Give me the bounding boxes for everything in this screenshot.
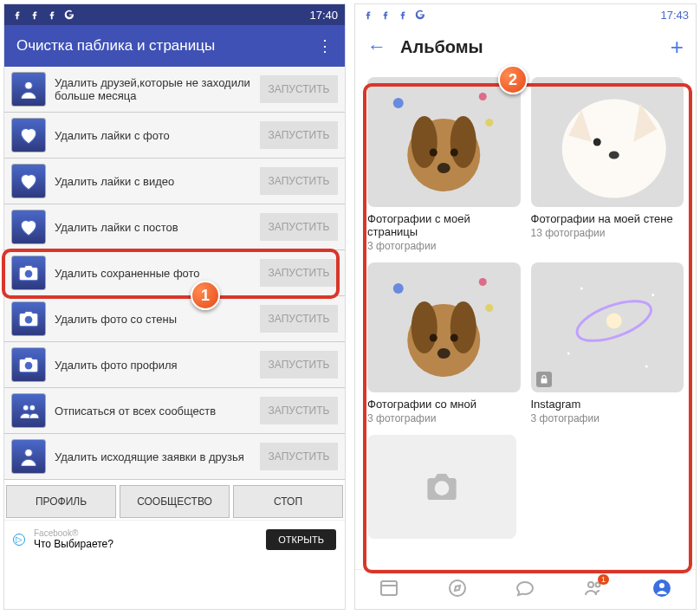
albums-title: Альбомы bbox=[400, 37, 483, 57]
app-title: Очистка паблика и страницы bbox=[16, 37, 215, 55]
nav-friends[interactable]: 1 bbox=[583, 578, 604, 602]
action-label: Удалить фото со стены bbox=[55, 313, 251, 326]
community-button[interactable]: СООБЩЕСТВО bbox=[120, 485, 230, 518]
camera-icon bbox=[11, 347, 46, 382]
svg-point-11 bbox=[450, 149, 458, 157]
action-row-1: Удалить лайки с фотоЗАПУСТИТЬ bbox=[4, 113, 345, 159]
action-row-4: Удалить сохраненные фотоЗАПУСТИТЬ bbox=[4, 250, 345, 296]
albums-grid: Фотографии с моей страницы3 фотографииФо… bbox=[367, 77, 684, 424]
back-icon[interactable]: ← bbox=[367, 36, 386, 58]
adchoice-icon[interactable]: ▷ bbox=[13, 534, 25, 546]
svg-marker-37 bbox=[455, 586, 460, 591]
nav-profile[interactable] bbox=[651, 578, 672, 602]
svg-point-1 bbox=[25, 270, 32, 277]
ad-open-button[interactable]: ОТКРЫТЬ bbox=[266, 529, 336, 550]
run-button[interactable]: ЗАПУСТИТЬ bbox=[260, 213, 338, 241]
run-button[interactable]: ЗАПУСТИТЬ bbox=[260, 259, 338, 287]
svg-point-26 bbox=[479, 278, 487, 286]
svg-point-21 bbox=[450, 301, 476, 353]
album-name: Фотографии с моей страницы bbox=[367, 212, 521, 238]
album-count: 13 фотографии bbox=[531, 227, 684, 239]
album-name: Instagram bbox=[531, 398, 684, 411]
album-1[interactable]: Фотографии на моей стене13 фотографии bbox=[531, 77, 684, 252]
svg-point-2 bbox=[25, 316, 32, 323]
camera-icon bbox=[425, 469, 459, 504]
action-row-0: Удалить друзей,которые не заходили больш… bbox=[4, 67, 345, 113]
svg-point-22 bbox=[430, 334, 438, 342]
album-2[interactable]: Фотографии со мной3 фотографии bbox=[367, 262, 521, 424]
svg-point-33 bbox=[651, 294, 654, 296]
svg-point-14 bbox=[479, 93, 487, 100]
lock-icon bbox=[536, 372, 552, 387]
bottom-buttons: ПРОФИЛЬ СООБЩЕСТВО СТОП bbox=[4, 483, 345, 520]
svg-point-8 bbox=[412, 116, 438, 168]
ad-text: Что Выбираете? bbox=[34, 538, 113, 550]
action-label: Удалить лайки с постов bbox=[55, 221, 251, 234]
action-row-5: Удалить фото со стеныЗАПУСТИТЬ bbox=[4, 296, 345, 342]
svg-point-15 bbox=[485, 119, 493, 126]
run-button[interactable]: ЗАПУСТИТЬ bbox=[260, 121, 338, 149]
friends-badge: 1 bbox=[598, 574, 609, 585]
add-icon[interactable]: + bbox=[671, 34, 684, 61]
action-row-7: Отписаться от всех сообществЗАПУСТИТЬ bbox=[4, 388, 345, 434]
svg-point-13 bbox=[393, 98, 404, 108]
camera-icon bbox=[11, 301, 46, 336]
run-button[interactable]: ЗАПУСТИТЬ bbox=[260, 397, 338, 424]
svg-point-6 bbox=[25, 449, 33, 456]
run-button[interactable]: ЗАПУСТИТЬ bbox=[260, 75, 338, 103]
heart-icon bbox=[11, 210, 46, 244]
facebook-icon bbox=[397, 9, 409, 21]
facebook-icon bbox=[46, 9, 58, 21]
heart-icon bbox=[11, 164, 46, 198]
person-icon bbox=[11, 439, 46, 474]
svg-point-4 bbox=[23, 405, 29, 411]
profile-button[interactable]: ПРОФИЛЬ bbox=[6, 485, 116, 518]
run-button[interactable]: ЗАПУСТИТЬ bbox=[260, 167, 338, 195]
nav-news[interactable] bbox=[379, 578, 399, 602]
svg-point-25 bbox=[393, 283, 404, 294]
people-icon bbox=[11, 393, 46, 428]
action-label: Удалить лайки с видео bbox=[55, 175, 251, 188]
album-name: Фотографии со мной bbox=[367, 398, 521, 411]
upload-album[interactable] bbox=[367, 435, 516, 539]
svg-point-32 bbox=[580, 288, 582, 290]
camera-icon bbox=[11, 256, 46, 290]
svg-point-41 bbox=[659, 583, 664, 588]
album-0[interactable]: Фотографии с моей страницы3 фотографии bbox=[367, 77, 521, 252]
heart-icon bbox=[11, 118, 46, 152]
status-bar: 17:43 bbox=[355, 4, 696, 25]
bottom-nav: 1 bbox=[355, 569, 696, 609]
ad-banner[interactable]: ▷ Facebook® Что Выбираете? ОТКРЫТЬ bbox=[4, 520, 345, 558]
svg-point-3 bbox=[25, 362, 32, 369]
album-3[interactable]: Instagram3 фотографии bbox=[531, 262, 684, 424]
run-button[interactable]: ЗАПУСТИТЬ bbox=[260, 305, 338, 333]
svg-point-36 bbox=[450, 580, 465, 596]
facebook-icon bbox=[379, 9, 392, 21]
facebook-icon bbox=[362, 9, 374, 21]
person-icon bbox=[11, 72, 46, 107]
svg-point-30 bbox=[567, 353, 569, 355]
run-button[interactable]: ЗАПУСТИТЬ bbox=[260, 443, 338, 470]
status-time: 17:43 bbox=[660, 9, 689, 22]
app-bar: Очистка паблика и страницы ⋮ bbox=[4, 25, 345, 67]
album-count: 3 фотографии bbox=[531, 412, 684, 424]
svg-point-38 bbox=[588, 582, 593, 587]
svg-point-23 bbox=[450, 334, 458, 342]
cleanup-app-screen: 17:40 Очистка паблика и страницы ⋮ Удали… bbox=[3, 3, 346, 610]
svg-point-29 bbox=[606, 314, 621, 329]
svg-point-27 bbox=[485, 304, 493, 312]
svg-point-9 bbox=[450, 116, 476, 168]
action-row-6: Удалить фото профиляЗАПУСТИТЬ bbox=[4, 342, 345, 388]
ad-brand: Facebook® bbox=[34, 528, 113, 538]
action-label: Удалить фото профиля bbox=[55, 359, 251, 372]
action-label: Удалить исходящие заявки в друзья bbox=[55, 450, 251, 463]
svg-point-5 bbox=[29, 405, 36, 411]
more-icon[interactable]: ⋮ bbox=[317, 36, 333, 55]
nav-discover[interactable] bbox=[447, 578, 468, 602]
run-button[interactable]: ЗАПУСТИТЬ bbox=[260, 351, 338, 379]
album-count: 3 фотографии bbox=[367, 412, 521, 424]
stop-button[interactable]: СТОП bbox=[233, 485, 343, 518]
svg-point-12 bbox=[438, 163, 450, 173]
nav-messages[interactable] bbox=[515, 578, 535, 602]
action-row-8: Удалить исходящие заявки в друзьяЗАПУСТИ… bbox=[4, 434, 345, 480]
